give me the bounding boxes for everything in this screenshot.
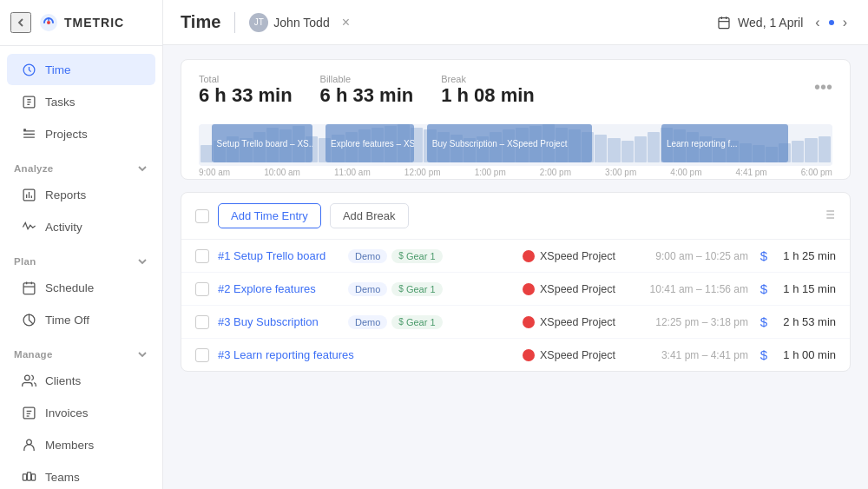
- entry-checkbox-3[interactable]: [195, 315, 209, 329]
- topbar-user: JT John Todd ×: [249, 13, 350, 32]
- sidebar-item-label: Projects: [45, 128, 88, 141]
- svg-rect-19: [23, 407, 35, 419]
- entry-duration-2: 1 h 15 min: [779, 282, 836, 295]
- entry-title-3[interactable]: #3 Buy Subscription: [218, 315, 339, 328]
- project-dot: [523, 250, 535, 262]
- sidebar-item-activity[interactable]: Activity: [7, 211, 155, 242]
- sidebar-item-label: Activity: [45, 221, 82, 234]
- schedule-icon: [21, 280, 36, 295]
- svg-point-18: [24, 375, 30, 380]
- entry-title-2[interactable]: #2 Explore features: [218, 282, 339, 295]
- timeline-segment-4: Learn reporting f...: [661, 124, 788, 162]
- table-row: #3 Buy Subscription Demo $Gear 1 XSpeed …: [181, 306, 850, 339]
- table-row: #2 Explore features Demo $Gear 1 XSpeed …: [181, 273, 850, 306]
- close-user-button[interactable]: ×: [342, 15, 350, 30]
- topbar: Time JT John Todd × Wed, 1 April ‹ ›: [163, 0, 868, 45]
- activity-icon: [21, 219, 36, 235]
- entry-billable-icon-1: $: [757, 248, 771, 263]
- sidebar-item-label: Clients: [45, 374, 81, 387]
- app-name: TMETRIC: [64, 16, 124, 30]
- sidebar-item-reports[interactable]: Reports: [7, 179, 155, 210]
- entries-list: #1 Setup Trello board Demo $Gear 1 XSpee…: [181, 240, 850, 371]
- filter-icon[interactable]: [822, 208, 836, 225]
- topbar-divider: [234, 12, 235, 33]
- sidebar-header: TMETRIC: [0, 0, 162, 46]
- summary-card: Total 6 h 33 min Billable 6 h 33 min Bre…: [181, 59, 851, 180]
- sidebar: TMETRIC Time Tasks Projects Analyze: [0, 0, 163, 489]
- section-analyze: Analyze: [0, 150, 162, 178]
- gear-tag: $Gear 1: [391, 315, 442, 329]
- today-dot[interactable]: [829, 20, 834, 25]
- sidebar-item-teams[interactable]: Teams: [7, 461, 155, 489]
- break-label: Break: [441, 74, 535, 84]
- clients-icon: [21, 373, 36, 388]
- timeoff-icon: [21, 312, 36, 327]
- entry-project-4: XSpeed Project: [540, 349, 635, 361]
- next-date-button[interactable]: ›: [839, 13, 851, 32]
- sidebar-item-schedule[interactable]: Schedule: [7, 272, 155, 303]
- entry-time-range-4: 3:41 pm – 4:41 pm: [644, 349, 748, 361]
- total-value: 6 h 33 min: [199, 84, 293, 107]
- date-navigation: ‹ ›: [812, 13, 851, 32]
- sidebar-item-label: Invoices: [45, 406, 89, 420]
- page-title: Time: [181, 12, 220, 32]
- sidebar-item-projects[interactable]: Projects: [7, 118, 155, 149]
- timeline-labels: 9:00 am 10:00 am 11:00 am 12:00 pm 1:00 …: [199, 166, 832, 179]
- add-break-button[interactable]: Add Break: [330, 203, 409, 228]
- section-manage: Manage: [0, 336, 162, 364]
- svg-point-23: [26, 439, 31, 445]
- prev-date-button[interactable]: ‹: [812, 13, 823, 32]
- entry-tags-1: Demo $Gear 1: [348, 249, 443, 263]
- tag: Demo: [348, 249, 387, 263]
- summary-stats: Total 6 h 33 min Billable 6 h 33 min Bre…: [199, 74, 535, 107]
- total-label: Total: [199, 74, 293, 84]
- avatar: JT: [249, 13, 268, 32]
- svg-rect-13: [23, 282, 35, 294]
- sidebar-item-label: Schedule: [45, 281, 94, 294]
- section-plan: Plan: [0, 243, 162, 271]
- sidebar-item-tasks[interactable]: Tasks: [7, 86, 155, 117]
- sidebar-item-clients[interactable]: Clients: [7, 365, 155, 396]
- billable-value: 6 h 33 min: [320, 84, 414, 107]
- invoices-icon: [21, 405, 36, 420]
- entry-billable-icon-3: $: [757, 314, 771, 329]
- content-area: Total 6 h 33 min Billable 6 h 33 min Bre…: [163, 45, 868, 489]
- timeline-segment-2: Explore features – XS...: [326, 124, 414, 162]
- sidebar-item-label: Tasks: [45, 96, 76, 109]
- sidebar-item-time[interactable]: Time: [7, 54, 155, 85]
- gear-tag: $Gear 1: [391, 282, 442, 296]
- timeline-segment-3: Buy Subscription – XSpeed Project: [427, 124, 592, 162]
- sidebar-item-members[interactable]: Members: [7, 429, 155, 460]
- svg-rect-8: [23, 129, 26, 131]
- svg-rect-24: [23, 473, 26, 479]
- entry-checkbox-4[interactable]: [195, 348, 209, 362]
- project-dot: [523, 349, 535, 361]
- sidebar-item-label: Time Off: [45, 314, 89, 327]
- sidebar-item-label: Time: [45, 63, 71, 76]
- entry-duration-4: 1 h 00 min: [779, 348, 836, 361]
- entry-title-4[interactable]: #3 Learn reporting features: [218, 348, 354, 361]
- main-content: Time JT John Todd × Wed, 1 April ‹ › Tot…: [163, 0, 868, 489]
- svg-rect-28: [719, 17, 729, 28]
- sidebar-back-button[interactable]: [10, 12, 31, 33]
- entry-project-3: XSpeed Project: [540, 316, 635, 328]
- sidebar-item-invoices[interactable]: Invoices: [7, 397, 155, 428]
- project-dot: [523, 283, 535, 295]
- entries-card: Add Time Entry Add Break #1 Setup Trello…: [181, 192, 851, 372]
- entry-time-range-2: 10:41 am – 11:56 am: [644, 283, 748, 295]
- sidebar-item-timeoff[interactable]: Time Off: [7, 304, 155, 335]
- select-all-checkbox[interactable]: [195, 209, 209, 223]
- add-time-entry-button[interactable]: Add Time Entry: [218, 203, 321, 228]
- reports-icon: [21, 187, 36, 202]
- user-name: John Todd: [273, 16, 329, 30]
- tag: Demo: [348, 315, 387, 329]
- svg-rect-26: [31, 473, 35, 479]
- summary-more-button[interactable]: •••: [814, 77, 832, 97]
- entry-time-range-3: 12:25 pm – 3:18 pm: [644, 316, 748, 328]
- topbar-date: Wed, 1 April: [717, 16, 803, 30]
- break-stat: Break 1 h 08 min: [441, 74, 535, 107]
- entry-checkbox-1[interactable]: [195, 249, 209, 263]
- entry-checkbox-2[interactable]: [195, 282, 209, 296]
- time-icon: [21, 62, 36, 77]
- entry-title-1[interactable]: #1 Setup Trello board: [218, 249, 339, 262]
